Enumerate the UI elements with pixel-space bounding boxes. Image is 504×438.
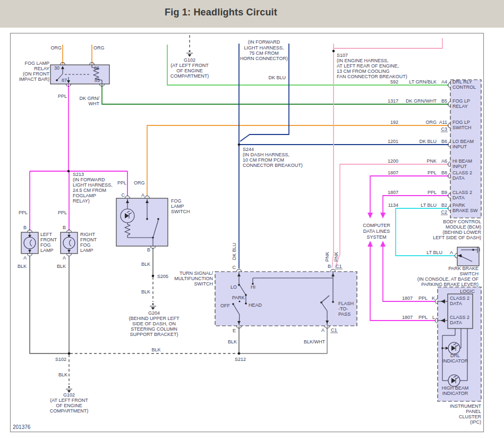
ground-label: STEERING COLUMN xyxy=(131,326,177,332)
wire-label-blk: BLK xyxy=(58,372,67,377)
circuit-number: 1200 xyxy=(388,158,398,164)
switch-position: PASS xyxy=(338,311,351,317)
harness-note: HORN CONNECTOR) xyxy=(240,56,288,61)
ground-label: G204 xyxy=(148,310,160,316)
pin-label: E xyxy=(233,328,236,333)
bcm-function: RELAY xyxy=(452,104,468,109)
ground-label: (AT LEFT FRONT xyxy=(50,398,88,403)
bcm-function: CLASS 2 xyxy=(452,170,472,175)
ground-label: OF ENGINE xyxy=(56,403,82,408)
wire-label-ltblu: LT BLU xyxy=(426,250,442,255)
relay-caption: IMPACT BAR) xyxy=(19,77,49,82)
pin-label: B xyxy=(328,264,331,269)
indicator-label: DRL xyxy=(450,353,460,358)
pin-label: K xyxy=(432,296,435,301)
splice-label: AT LEFT REAR OF ENGINE, xyxy=(337,63,399,69)
splice-label: S102 xyxy=(55,357,66,362)
bcm-caption: MODULE (BCM) xyxy=(446,224,481,230)
circuit-number: 1807 xyxy=(388,170,398,175)
splice-label: CONNECTOR BREAKOUT) xyxy=(243,163,303,168)
switch-position: LO xyxy=(230,284,237,290)
fog-lamp-switch-box xyxy=(116,198,168,246)
wire-label-pnk-vertical: PNK xyxy=(334,252,339,262)
bcm-function: CLASS 2 xyxy=(452,190,472,195)
pin-label: C xyxy=(122,192,125,198)
wire-label-ppl: PPL xyxy=(117,180,126,186)
wire-label-ppl: PPL xyxy=(58,94,67,99)
wire-color: DK GRN/WHT xyxy=(406,98,437,104)
ground-label: G102 xyxy=(184,57,195,63)
ground-label: COMPARTMENT) xyxy=(170,73,209,79)
system-label: SYSTEM xyxy=(366,234,386,240)
wire-label-blk: BLK xyxy=(228,339,237,344)
harness-note: 75 CM FROM xyxy=(249,50,279,56)
park-brake-caption: PARKING BRAKE LEVER) xyxy=(421,282,479,287)
splice-label: RELAY) xyxy=(73,198,90,204)
bcm-function: INPUT xyxy=(452,144,467,149)
pin-label: A4 xyxy=(441,79,447,85)
turn-switch-caption: SWITCH xyxy=(194,281,213,287)
circuit-number: 1134 xyxy=(388,203,398,208)
ground-label: (AT LEFT FRONT xyxy=(170,63,209,68)
pin-label: B6 xyxy=(441,139,447,144)
wire-label-dkgrn: WHT xyxy=(89,101,100,106)
wire-color: PPL xyxy=(428,170,437,175)
pin-label: B xyxy=(63,225,66,230)
bcm-function: DATA xyxy=(452,195,465,200)
circuit-number: 1201 xyxy=(388,139,398,144)
turn-switch-caption: TURN SIGNAL/ xyxy=(180,271,213,276)
wire-label-blk: BLK xyxy=(141,262,150,267)
ground-label: G102 xyxy=(63,392,75,398)
ipc-function: CLASS 2 xyxy=(450,315,469,320)
bcm-function: INPUT xyxy=(452,164,467,169)
pin-label: B2 xyxy=(441,203,447,208)
connector-label: C2 xyxy=(441,209,447,215)
park-brake-caption: PARK BRAKE xyxy=(448,266,479,271)
indicator-label: INDICATOR xyxy=(442,358,468,364)
bcm-row-labels: 592 LT GRN/BLK A4 DRL RLY CONTROL 1317 D… xyxy=(388,79,478,215)
circuit-number: 192 xyxy=(390,120,398,125)
connector-label: C1 xyxy=(336,264,342,269)
fog-switch-caption: FOG xyxy=(171,198,182,204)
relay-pin: 30 xyxy=(54,65,59,71)
ipc-caption: CLUSTER xyxy=(459,414,482,419)
relay-caption: FOG LAMP xyxy=(24,61,49,66)
relay-pin: 86 xyxy=(94,65,99,71)
pin-label: B8 xyxy=(441,170,447,175)
ground-g102-top-icon xyxy=(186,50,193,57)
pin-label: B xyxy=(147,247,150,252)
switch-position: -TO- xyxy=(338,306,348,311)
fog-switch-caption: SWITCH xyxy=(171,209,190,214)
ipc-caption: (IPC) xyxy=(470,419,481,425)
pin-label: L xyxy=(432,315,435,320)
pin-label: B9 xyxy=(441,190,447,195)
wire-label-dkblu-vertical: DK BLU xyxy=(232,243,237,260)
park-brake-caption: (IN CONSOLE, AT BASE OF xyxy=(417,276,479,282)
wire-label-blk: BLK xyxy=(151,347,160,352)
wire-label-blk: BLK xyxy=(141,289,150,294)
bcm-caption: (BEHIND LOWER xyxy=(442,230,481,235)
wire-color: PPL xyxy=(418,315,428,320)
lamp-caption: FOG xyxy=(40,242,51,248)
wire-label-blk: BLK xyxy=(57,264,66,269)
relay-pin: 87 xyxy=(62,78,67,83)
splice-label: FOGLAMP xyxy=(73,193,96,198)
wire-label-dkblu: DK BLU xyxy=(268,75,286,80)
switch-position: PARK xyxy=(232,295,245,300)
wire-label-ppl: PPL xyxy=(19,210,28,215)
wire-label-pnk-vertical: PNK xyxy=(324,252,330,262)
bcm-function: DATA xyxy=(452,175,465,181)
ground-label: SIDE OF DASH, ON xyxy=(132,321,176,326)
wire-color: PPL xyxy=(428,190,437,195)
bcm-function: SWITCH xyxy=(452,125,472,130)
relay-caption: RELAY xyxy=(34,66,49,71)
splice-label: (IN ENGINE HARNESS, xyxy=(337,58,389,63)
bcm-function: BRAKE SW xyxy=(452,208,478,213)
fog-switch-caption: LAMP xyxy=(171,204,184,209)
splice-label: S213 xyxy=(73,172,84,177)
splice-label: 13 CM FROM COOLING xyxy=(337,69,390,74)
lamp-caption: LAMP xyxy=(40,248,54,253)
connector-label: C1 xyxy=(331,327,337,333)
pin-label: A xyxy=(141,192,144,198)
ground-label: COMPARTMENT) xyxy=(50,408,89,414)
